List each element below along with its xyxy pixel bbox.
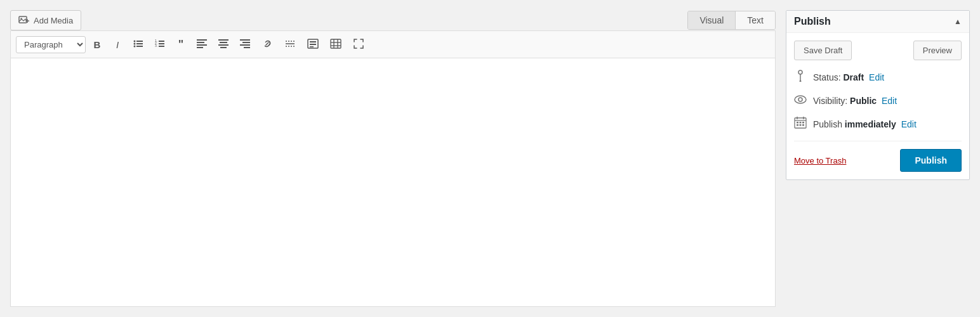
status-edit-link[interactable]: Edit	[869, 72, 884, 82]
svg-rect-11	[159, 41, 164, 42]
svg-rect-32	[310, 41, 316, 42]
publish-time-icon	[794, 116, 807, 132]
status-icon	[794, 69, 807, 85]
ordered-list-icon: 1. 2. 3.	[155, 39, 165, 49]
svg-rect-20	[218, 39, 228, 41]
svg-point-4	[134, 41, 136, 42]
svg-rect-22	[218, 44, 228, 46]
svg-rect-51	[802, 122, 804, 124]
svg-rect-34	[310, 46, 314, 48]
ordered-list-button[interactable]: 1. 2. 3.	[150, 36, 169, 53]
status-value: Draft	[843, 72, 864, 82]
bold-button[interactable]: B	[88, 37, 106, 53]
publish-time-value: immediately	[845, 119, 896, 129]
svg-rect-5	[136, 41, 143, 42]
visibility-edit-link[interactable]: Edit	[882, 96, 897, 106]
svg-rect-27	[244, 47, 250, 48]
table-button[interactable]	[326, 35, 346, 54]
svg-rect-17	[197, 42, 204, 43]
publish-meta: Status: Draft Edit	[794, 69, 962, 132]
publish-time-edit-link[interactable]: Edit	[901, 119, 917, 129]
svg-rect-13	[159, 43, 164, 44]
toolbar-toggle-icon	[307, 38, 319, 49]
media-icon	[18, 15, 30, 26]
svg-point-40	[798, 70, 802, 74]
visibility-text: Visibility: Public Edit	[813, 96, 897, 106]
tab-visual[interactable]: Visual	[688, 11, 736, 29]
svg-rect-33	[310, 44, 316, 45]
status-row: Status: Draft Edit	[794, 69, 962, 85]
svg-rect-7	[136, 43, 143, 44]
svg-rect-26	[240, 44, 250, 46]
publish-box-body: Save Draft Preview	[786, 33, 969, 179]
visibility-label: Visibility:	[813, 96, 847, 106]
table-icon	[330, 38, 341, 49]
svg-rect-16	[197, 39, 207, 41]
status-label: Status:	[813, 72, 841, 82]
publish-time-text: Publish immediately Edit	[813, 119, 917, 129]
editor-top-bar: Add Media Visual Text	[10, 10, 776, 30]
align-center-icon	[218, 39, 228, 48]
svg-point-6	[134, 43, 136, 45]
add-media-button[interactable]: Add Media	[10, 10, 81, 30]
preview-button[interactable]: Preview	[913, 41, 962, 60]
visibility-icon	[794, 94, 807, 107]
unordered-list-button[interactable]	[129, 36, 148, 53]
move-to-trash-button[interactable]: Move to Trash	[794, 156, 846, 165]
editor-area: Add Media Visual Text Paragraph Heading …	[10, 10, 776, 307]
svg-point-44	[798, 98, 802, 101]
align-center-button[interactable]	[214, 36, 233, 53]
svg-rect-52	[797, 124, 798, 126]
visibility-value: Public	[850, 96, 877, 106]
svg-rect-21	[220, 42, 227, 43]
toolbar-toggle-button[interactable]	[303, 35, 323, 54]
editor-content[interactable]	[10, 58, 776, 307]
fullscreen-icon	[353, 38, 364, 49]
publish-time-label: Publish	[813, 119, 842, 129]
publish-box-title: Publish	[794, 16, 831, 27]
more-button[interactable]	[280, 35, 300, 54]
publish-time-row: Publish immediately Edit	[794, 116, 962, 132]
svg-rect-24	[240, 39, 250, 41]
view-tabs: Visual Text	[687, 11, 776, 30]
svg-rect-23	[220, 47, 227, 48]
publish-button[interactable]: Publish	[900, 149, 962, 172]
svg-rect-35	[331, 39, 341, 48]
paragraph-select[interactable]: Paragraph Heading 1 Heading 2 Heading 3	[16, 36, 86, 53]
status-text: Status: Draft Edit	[813, 72, 884, 82]
editor-toolbar: Paragraph Heading 1 Heading 2 Heading 3 …	[10, 30, 776, 58]
svg-rect-50	[800, 122, 802, 124]
add-media-label: Add Media	[34, 16, 73, 25]
align-right-icon	[240, 39, 250, 48]
svg-rect-18	[197, 44, 207, 46]
svg-rect-15	[159, 46, 164, 47]
svg-text:3.: 3.	[155, 44, 157, 48]
svg-point-43	[795, 96, 806, 103]
publish-footer: Move to Trash Publish	[794, 141, 962, 172]
link-button[interactable]	[257, 35, 277, 54]
svg-rect-53	[800, 124, 802, 126]
svg-rect-19	[197, 47, 203, 48]
svg-rect-9	[136, 46, 143, 47]
fullscreen-button[interactable]	[348, 35, 369, 54]
link-icon	[262, 38, 273, 49]
svg-point-8	[134, 46, 136, 48]
blockquote-button[interactable]: "	[172, 36, 190, 53]
svg-rect-54	[802, 124, 804, 126]
align-left-icon	[197, 39, 207, 48]
align-right-button[interactable]	[235, 36, 255, 53]
italic-button[interactable]: I	[109, 37, 126, 53]
collapse-arrow-icon[interactable]: ▲	[954, 17, 962, 26]
publish-actions-row: Save Draft Preview	[794, 41, 962, 60]
svg-rect-49	[797, 122, 798, 124]
svg-rect-25	[242, 42, 250, 43]
svg-point-42	[800, 81, 802, 82]
publish-box: Publish ▲ Save Draft Preview	[786, 10, 970, 180]
more-icon	[284, 38, 296, 49]
visibility-row: Visibility: Public Edit	[794, 94, 962, 107]
unordered-list-icon	[133, 39, 143, 49]
save-draft-button[interactable]: Save Draft	[794, 41, 852, 60]
tab-text[interactable]: Text	[736, 11, 775, 29]
align-left-button[interactable]	[192, 36, 211, 53]
publish-box-header: Publish ▲	[786, 11, 969, 33]
